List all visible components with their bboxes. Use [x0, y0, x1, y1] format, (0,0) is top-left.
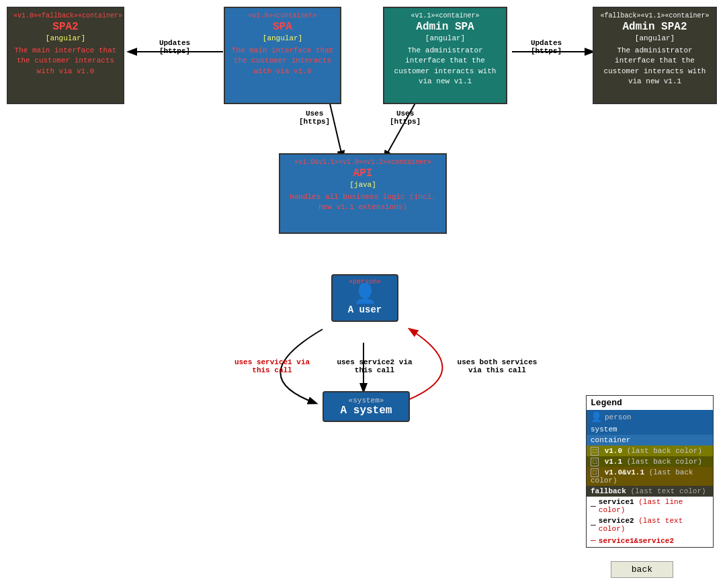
- api-title: API: [286, 167, 440, 181]
- spa-stereotype: «v1.0»«container»: [230, 12, 335, 20]
- updates-left-label: Updates [https]: [144, 39, 205, 55]
- legend-v10-row: □ v1.0 (last back color): [587, 446, 713, 456]
- spa2-title: SPA2: [13, 20, 118, 34]
- spa-desc: The main interface that the customer int…: [230, 46, 335, 77]
- legend-person-icon: 👤: [591, 411, 602, 423]
- spa-title: SPA: [230, 20, 335, 34]
- back-button[interactable]: back: [611, 561, 673, 578]
- uses-left-label: Uses [https]: [299, 110, 330, 126]
- legend-system-label: system: [591, 425, 617, 433]
- api-desc: Handles all business logic (incl. new v1…: [286, 192, 440, 213]
- legend-person-label: person: [605, 413, 632, 421]
- legend-fallback-label: fallback (last text color): [591, 487, 706, 495]
- api-tech: [java]: [286, 181, 440, 190]
- uses-right-label: Uses [https]: [390, 110, 421, 126]
- admin-spa-title: Admin SPA: [390, 20, 501, 34]
- legend-v11-label: □ v1.1 (last back color): [591, 458, 702, 466]
- admin-spa2-box: «fallback»«v1.1»«container» Admin SPA2 […: [593, 7, 717, 104]
- diagram-area: «v1.0»«fallback»«container» SPA2 [angula…: [0, 0, 727, 588]
- spa-tech: [angular]: [230, 34, 335, 43]
- legend-service2-label: service2 (last text color): [599, 517, 709, 533]
- legend-v10v11-label: □ v1.0&v1.1 (last back color): [591, 468, 709, 485]
- spa2-tech: [angular]: [13, 34, 118, 43]
- admin-spa2-tech: [angular]: [599, 34, 710, 43]
- legend-service1-label: service1 (last line color): [599, 498, 709, 514]
- system-name: A system: [332, 405, 400, 417]
- legend-service2-row: — service2 (last text color): [587, 515, 713, 534]
- service1-call-label: uses service1 via this call: [228, 358, 316, 374]
- updates-right-label: Updates [https]: [516, 39, 576, 55]
- admin-spa2-desc: The administrator interface that the cus…: [599, 46, 710, 87]
- admin-spa2-title: Admin SPA2: [599, 20, 710, 34]
- legend-service1-dash: —: [591, 501, 596, 511]
- api-box: «v1.0&v1.1»«v1.0»«v1.2»«container» API […: [279, 153, 447, 234]
- legend-container-row: container: [587, 435, 713, 446]
- system-box: «system» A system: [323, 391, 410, 422]
- legend-v10-label: □ v1.0 (last back color): [591, 447, 702, 455]
- legend-service1-row: — service1 (last line color): [587, 497, 713, 515]
- admin-spa-tech: [angular]: [390, 34, 501, 43]
- system-stereotype: «system»: [332, 396, 400, 405]
- spa2-box: «v1.0»«fallback»«container» SPA2 [angula…: [7, 7, 124, 104]
- svg-line-2: [329, 101, 343, 159]
- spa2-desc: The main interface that the customer int…: [13, 46, 118, 77]
- service2-call-label: uses service2 via this call: [329, 358, 420, 374]
- person-icon: 👤: [339, 286, 390, 304]
- spa-box: «v1.0»«container» SPA [angular] The main…: [224, 7, 341, 104]
- legend-title: Legend: [587, 396, 713, 410]
- api-stereotype: «v1.0&v1.1»«v1.0»«v1.2»«container»: [286, 159, 440, 167]
- legend: Legend 👤 person system container □ v1.0 …: [586, 395, 714, 548]
- legend-service1service2-label: service1&service2: [599, 537, 674, 545]
- legend-person-row: 👤 person: [587, 410, 713, 424]
- legend-v11-row: □ v1.1 (last back color): [587, 456, 713, 467]
- legend-container-label: container: [591, 436, 630, 444]
- admin-spa-box: «v1.1»«container» Admin SPA [angular] Th…: [383, 7, 507, 104]
- admin-spa-stereotype: «v1.1»«container»: [390, 12, 501, 20]
- legend-service2-dash: —: [591, 520, 596, 530]
- legend-system-row: system: [587, 424, 713, 435]
- legend-v10v11-row: □ v1.0&v1.1 (last back color): [587, 467, 713, 486]
- legend-both-dash: —: [591, 536, 596, 546]
- spa2-stereotype: «v1.0»«fallback»«container»: [13, 12, 118, 20]
- person-name: A user: [339, 304, 390, 315]
- person-box: «person» 👤 A user: [331, 274, 398, 322]
- admin-spa-desc: The administrator interface that the cus…: [390, 46, 501, 87]
- legend-fallback-row: fallback (last text color): [587, 486, 713, 497]
- legend-service1service2-row: — service1&service2: [587, 534, 713, 547]
- both-call-label: uses both services via this call: [454, 358, 541, 374]
- admin-spa2-stereotype: «fallback»«v1.1»«container»: [599, 12, 710, 20]
